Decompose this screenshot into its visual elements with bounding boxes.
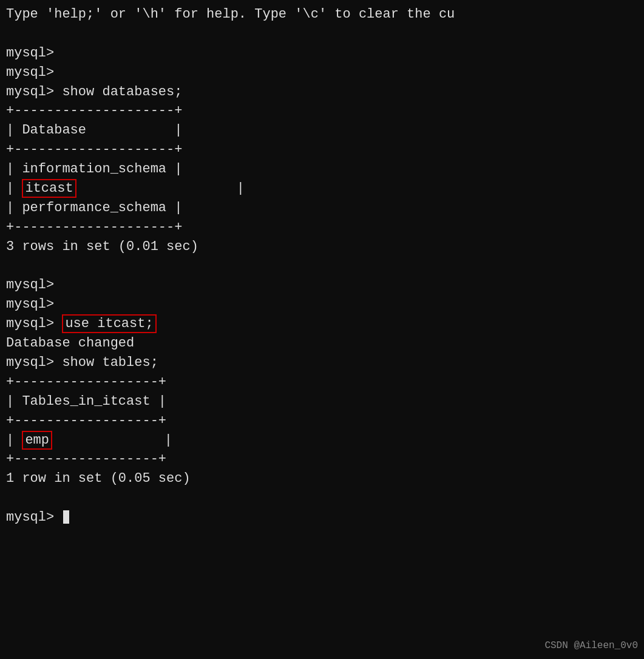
table-row-itcast: | itcast |: [6, 179, 638, 198]
table2-header: | Tables_in_itcast |: [6, 392, 638, 411]
cursor-blink: [63, 510, 69, 524]
prompt-line-3: mysql>: [6, 275, 638, 295]
command-show-tables: mysql> show tables;: [6, 353, 638, 373]
table2-border-3: +------------------+: [6, 450, 638, 469]
command-use-itcast: mysql> use itcast;: [6, 314, 638, 334]
table2-border-1: +------------------+: [6, 373, 638, 392]
output-db-changed: Database changed: [6, 334, 638, 353]
prompt-line-4: mysql>: [6, 295, 638, 314]
prompt-line-2: mysql>: [6, 63, 638, 83]
final-prompt: mysql>: [6, 508, 638, 527]
command-show-databases: mysql> show databases;: [6, 83, 638, 102]
blank-line-1: [6, 24, 638, 44]
table-border-2: +--------------------+: [6, 140, 638, 160]
itcast-highlight: itcast: [22, 179, 76, 198]
emp-highlight: emp: [22, 431, 52, 450]
result-rows-2: 1 row in set (0.05 sec): [6, 469, 638, 488]
table-header-database: | Database |: [6, 121, 638, 140]
table2-border-2: +------------------+: [6, 411, 638, 431]
use-itcast-highlight: use itcast;: [62, 314, 156, 333]
watermark-text: CSDN @Aileen_0v0: [544, 639, 638, 653]
table-row-info-schema: | information_schema |: [6, 160, 638, 179]
blank-line-3: [6, 488, 638, 508]
result-rows-1: 3 rows in set (0.01 sec): [6, 237, 638, 257]
header-line: Type 'help;' or '\h' for help. Type '\c'…: [6, 5, 638, 24]
prompt-line-1: mysql>: [6, 44, 638, 63]
table-border-1: +--------------------+: [6, 101, 638, 121]
blank-line-2: [6, 257, 638, 276]
table-row-perf-schema: | performance_schema |: [6, 198, 638, 218]
table2-row-emp: | emp |: [6, 431, 638, 450]
table-border-3: +--------------------+: [6, 218, 638, 237]
